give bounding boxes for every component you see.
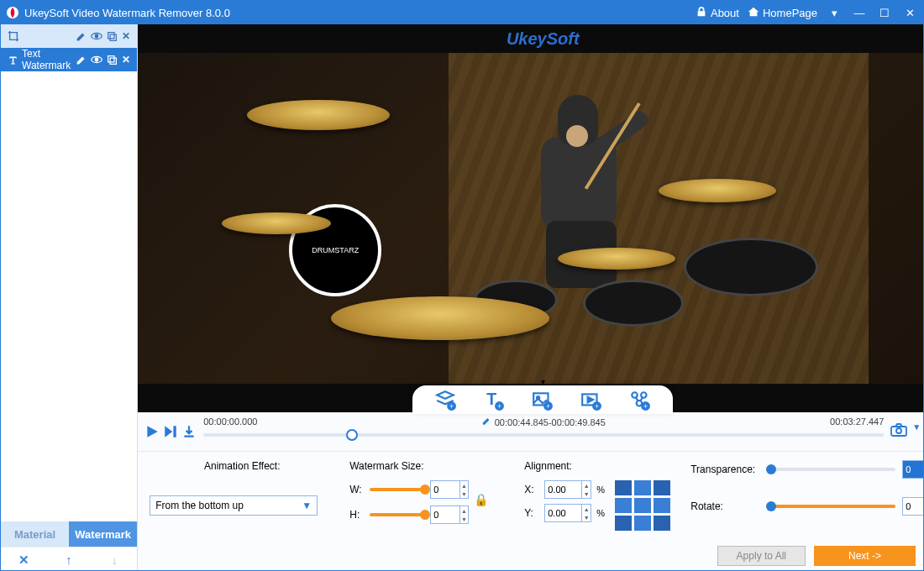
add-shape-button[interactable]: + — [627, 389, 653, 412]
h-label: H: — [349, 509, 365, 521]
x-label: X: — [524, 484, 539, 495]
spin-up-icon[interactable]: ▲ — [460, 481, 468, 490]
eye-icon[interactable] — [91, 30, 102, 42]
export-button[interactable] — [181, 424, 197, 439]
play-button[interactable] — [144, 424, 160, 439]
add-layer-button[interactable]: + — [433, 389, 458, 412]
video-preview[interactable]: DRUMSTARZ UkeySoft ▾ + T+ + + + — [138, 24, 924, 412]
layer-list-body — [1, 71, 137, 521]
svg-text:+: + — [546, 402, 550, 411]
watermark-text-overlay[interactable]: UkeySoft — [507, 29, 580, 49]
homepage-link[interactable]: HomePage — [748, 6, 817, 20]
transparence-input[interactable]: ▲▼ — [902, 460, 924, 479]
timeline-bar: 00:00:00.000 00:00:44.845-00:00:49.845 0… — [138, 412, 924, 451]
sidebar: ✕ Text Watermark ✕ Material Watermark ✕ … — [1, 24, 138, 571]
animation-label: Animation Effect: — [150, 460, 334, 472]
svg-rect-4 — [110, 34, 116, 40]
chevron-down-icon: ▼ — [302, 500, 312, 511]
y-input[interactable]: ▲▼ — [544, 504, 591, 522]
svg-text:+: + — [449, 402, 454, 411]
y-label: Y: — [524, 507, 539, 519]
rotate-slider[interactable] — [769, 505, 895, 508]
title-bar: UkeySoft Video Watermark Remover 8.0.0 A… — [1, 1, 923, 24]
close-icon[interactable]: ✕ — [122, 30, 130, 42]
minimize-button[interactable]: — — [851, 7, 868, 19]
app-title: UkeySoft Video Watermark Remover 8.0.0 — [24, 7, 696, 19]
timeline-thumb[interactable] — [346, 429, 358, 441]
rotate-label: Rotate: — [690, 500, 763, 512]
crop-icon[interactable] — [8, 30, 19, 42]
add-image-button[interactable]: + — [530, 389, 555, 412]
video-frame: DRUMSTARZ — [138, 53, 924, 384]
duplicate-icon[interactable] — [107, 55, 118, 65]
snapshot-button[interactable] — [890, 422, 907, 441]
svg-point-2 — [95, 34, 98, 38]
lock-icon — [696, 6, 707, 20]
apply-to-all-button[interactable]: Apply to All — [717, 546, 806, 566]
move-down-button[interactable]: ↓ — [106, 553, 123, 567]
layer-label: Text Watermark — [22, 48, 71, 71]
alignment-grid[interactable] — [615, 480, 670, 531]
text-icon — [8, 55, 18, 65]
layer-header-text-watermark[interactable]: Text Watermark ✕ — [1, 48, 137, 71]
spin-down-icon[interactable]: ▼ — [460, 490, 468, 498]
app-logo-icon — [6, 6, 19, 19]
width-slider[interactable] — [370, 488, 425, 491]
add-toolbar: ▾ + T+ + + + — [412, 385, 673, 414]
transparence-label: Transparence: — [690, 464, 763, 475]
alignment-label: Alignment: — [524, 460, 675, 472]
x-input[interactable]: ▲▼ — [544, 480, 591, 499]
timeline-playhead-time: 00:00:44.845-00:00:49.845 — [482, 416, 606, 427]
menu-dropdown-icon[interactable]: ▾ — [826, 7, 843, 19]
transparence-slider[interactable] — [769, 468, 895, 471]
rotate-input[interactable]: ▲▼ — [902, 497, 924, 516]
timeline-end-time: 00:03:27.447 — [830, 416, 884, 427]
step-button[interactable] — [163, 424, 178, 439]
width-input[interactable]: ▲▼ — [430, 480, 469, 499]
eye-icon[interactable] — [91, 54, 102, 65]
spin-up-icon[interactable]: ▲ — [460, 506, 468, 515]
svg-text:+: + — [497, 402, 501, 411]
w-label: W: — [349, 484, 365, 495]
watermark-actions: ✕ ↑ ↓ — [1, 547, 137, 571]
add-text-button[interactable]: T+ — [481, 389, 507, 412]
maximize-button[interactable]: ☐ — [876, 7, 893, 19]
svg-rect-7 — [108, 55, 114, 61]
edit-time-icon[interactable] — [482, 416, 491, 427]
svg-text:+: + — [643, 402, 648, 411]
snapshot-drop-icon[interactable]: ▼ — [912, 422, 921, 441]
tab-material[interactable]: Material — [1, 521, 69, 547]
close-icon[interactable]: ✕ — [122, 54, 130, 65]
add-video-button[interactable]: + — [579, 389, 604, 412]
spin-down-icon[interactable]: ▼ — [460, 515, 468, 523]
lock-aspect-icon[interactable]: 🔒 — [474, 493, 488, 506]
edit-icon[interactable] — [76, 31, 87, 42]
timeline-track[interactable]: 00:00:00.000 00:00:44.845-00:00:49.845 0… — [203, 415, 884, 448]
about-link[interactable]: About — [696, 6, 739, 20]
edit-icon[interactable] — [76, 55, 87, 65]
svg-rect-26 — [174, 426, 176, 437]
home-icon — [748, 6, 759, 20]
svg-point-6 — [95, 58, 98, 61]
svg-rect-8 — [110, 58, 116, 64]
svg-point-28 — [896, 428, 901, 433]
timeline-start-time: 00:00:00.000 — [203, 416, 257, 427]
next-button[interactable]: Next -> — [814, 546, 916, 566]
close-window-button[interactable]: ✕ — [901, 7, 918, 19]
collapse-caret-icon[interactable]: ▾ — [541, 377, 545, 386]
animation-select[interactable]: From the bottom up ▼ — [150, 495, 318, 516]
sidebar-tabs: Material Watermark — [1, 521, 137, 547]
height-slider[interactable] — [370, 513, 425, 516]
tab-watermark[interactable]: Watermark — [69, 521, 137, 547]
duplicate-icon[interactable] — [107, 31, 118, 42]
delete-watermark-button[interactable]: ✕ — [15, 553, 32, 568]
height-input[interactable]: ▲▼ — [430, 506, 469, 524]
size-label: Watermark Size: — [349, 460, 509, 472]
svg-text:+: + — [595, 402, 599, 411]
svg-rect-3 — [108, 32, 114, 38]
layer-header-base[interactable]: ✕ — [1, 24, 137, 48]
move-up-button[interactable]: ↑ — [60, 553, 77, 567]
